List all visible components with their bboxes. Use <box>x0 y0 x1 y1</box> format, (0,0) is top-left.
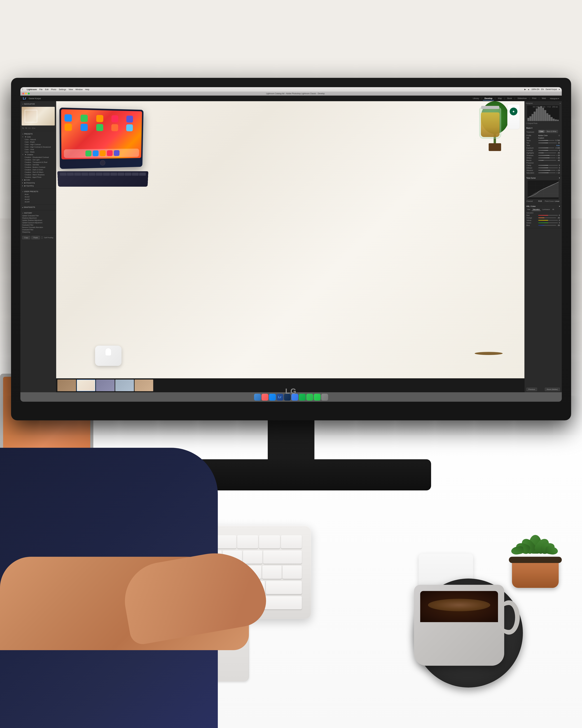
previous-button[interactable]: Previous <box>526 388 537 391</box>
menu-help[interactable]: Help <box>85 88 89 90</box>
channel-value[interactable]: RGB <box>538 200 542 202</box>
lr-image-viewer[interactable]: ★ <box>56 101 524 378</box>
paste-button[interactable]: Paste <box>31 236 40 239</box>
tab-map[interactable]: Map <box>496 97 503 100</box>
menu-photo[interactable]: Photo <box>51 88 56 90</box>
hsl-orange-slider[interactable] <box>538 217 556 218</box>
key-f10[interactable] <box>259 535 280 548</box>
hsl-red-slider[interactable] <box>538 215 558 216</box>
histogram-toggle[interactable]: Histogram ▾ <box>550 97 559 100</box>
zoom-fill[interactable]: Fill <box>25 127 27 129</box>
preset-sharpening-header[interactable]: ▶ Sharpening <box>22 181 54 184</box>
history-item-6[interactable]: Remove Chromatic Aberration <box>20 226 56 229</box>
menu-edit[interactable]: Edit <box>45 88 49 90</box>
history-item-8[interactable]: Sharpening <box>20 231 56 233</box>
history-item-5[interactable]: Graduated Filter <box>20 224 56 226</box>
preset-color2-header[interactable]: ▶ Color <box>22 178 54 181</box>
user-presets-header[interactable]: User Presets <box>20 190 56 193</box>
preset-color-natural[interactable]: Color - Natural <box>22 138 54 141</box>
whites-slider[interactable] <box>538 158 556 158</box>
history-item-4[interactable]: Update Exposure Adjustment <box>20 222 56 224</box>
soft-proofing-checkbox[interactable] <box>41 237 43 238</box>
preset-color-matte[interactable]: Color - Matte <box>22 151 54 153</box>
original-photo-toggle[interactable]: ☐ Original Photo <box>526 122 560 125</box>
preset-creative-getlight[interactable]: Creative - Get Light <box>22 158 54 161</box>
hsl-green-slider[interactable] <box>538 223 558 223</box>
filmstrip-thumb-3[interactable] <box>96 380 115 391</box>
tab-develop[interactable]: Develop <box>483 97 494 100</box>
preset-color-high-contrast[interactable]: Color - High Contrast <box>22 143 54 146</box>
hsl-yellow-slider[interactable] <box>538 220 558 220</box>
preset-vignetting-header[interactable]: ▶ Vignetting <box>22 184 54 187</box>
point-curve-value[interactable]: Linear <box>555 200 559 202</box>
dock-lightroom[interactable]: Lr <box>276 394 283 400</box>
minimize-window-button[interactable] <box>25 93 27 95</box>
history-item-1[interactable]: Update Graduated Filter <box>20 214 56 217</box>
auto-tone-button[interactable]: Auto <box>556 145 560 146</box>
treatment-color-btn[interactable]: Color <box>538 130 545 133</box>
preset-creative-desaturated[interactable]: Creative - Desaturated Contrast <box>22 156 54 158</box>
hsl-blue-slider[interactable] <box>538 225 556 226</box>
hsl-tab-luminance[interactable]: Luminance <box>541 208 551 211</box>
temp-slider[interactable] <box>538 140 555 141</box>
dock-launchpad[interactable] <box>261 394 268 400</box>
preset-creative-redlift[interactable]: Creative - Red Lift Warm <box>22 171 54 174</box>
blacks-slider[interactable] <box>538 160 556 161</box>
zoom-fit[interactable]: Fit <box>22 127 24 129</box>
presets-header[interactable]: Presets <box>20 132 56 135</box>
history-item-3[interactable]: Update Shadows Adjustment <box>20 219 56 222</box>
preset-color-vivid[interactable]: Color - Vivid <box>22 148 54 151</box>
shadows-slider[interactable] <box>538 155 556 156</box>
hsl-tab-all[interactable]: All <box>551 208 555 211</box>
fullscreen-window-button[interactable] <box>28 93 30 95</box>
tone-curve-collapse[interactable]: ▾ <box>559 177 560 179</box>
snapshots-header[interactable]: Snapshots <box>20 206 56 209</box>
key-f9[interactable] <box>237 535 258 548</box>
key-f8[interactable] <box>215 535 236 548</box>
vibrance-slider[interactable] <box>538 170 556 171</box>
menu-file[interactable]: File <box>39 88 43 90</box>
user-preset-acne2[interactable]: Acné2 <box>22 196 54 198</box>
dock-photos[interactable] <box>269 394 276 400</box>
spotlight-icon[interactable]: ● <box>559 88 560 90</box>
tab-book[interactable]: Book <box>506 97 514 100</box>
dock-spotify[interactable] <box>299 394 306 400</box>
dock-messages[interactable] <box>306 394 313 400</box>
menu-window[interactable]: Window <box>76 88 83 90</box>
close-window-button[interactable] <box>22 93 24 95</box>
app-menu-lightroom[interactable]: Lightroom <box>27 88 37 90</box>
profile-browse-icon[interactable]: ☰ <box>558 135 560 136</box>
tint-slider[interactable] <box>538 142 557 143</box>
filmstrip-thumb-5[interactable] <box>135 380 153 391</box>
treatment-bw-btn[interactable]: Black & White <box>545 130 558 133</box>
history-item-2[interactable]: Shadows Adjustment <box>20 217 56 219</box>
hsl-collapse[interactable]: ▾ <box>559 205 560 207</box>
preset-creative-warmshadows[interactable]: Creative - Warm Shadows <box>22 174 54 176</box>
tab-print[interactable]: Print <box>531 97 538 100</box>
key-f11[interactable] <box>281 535 302 548</box>
histogram-arrow[interactable]: ▾ <box>560 102 560 104</box>
saturation-slider[interactable] <box>538 173 556 173</box>
key-bracket-open[interactable] <box>282 566 302 579</box>
history-item-7[interactable]: Graduated Filter <box>20 229 56 231</box>
exposure-slider[interactable] <box>538 148 554 148</box>
preset-creative-modern[interactable]: Creative - Modern Contrast <box>22 166 54 168</box>
filmstrip-thumb-1[interactable] <box>57 380 76 391</box>
dehaze-slider[interactable] <box>538 167 558 168</box>
key-shift-right[interactable] <box>263 596 302 609</box>
preset-color-bright[interactable]: Color - Bright <box>22 141 54 143</box>
preset-group-creative-header[interactable]: ▼ Creative <box>22 153 54 156</box>
user-preset-acne4[interactable]: Acné4 <box>22 201 54 203</box>
key-return[interactable] <box>266 581 302 594</box>
tab-web[interactable]: Web <box>540 97 548 100</box>
user-preset-acne3[interactable]: Acné3 <box>22 198 54 201</box>
navigator-header[interactable]: Navigator <box>20 102 56 106</box>
tab-library[interactable]: Library <box>471 97 480 100</box>
profile-value[interactable]: Adobe Color <box>538 134 558 136</box>
apple-menu-icon[interactable]:  <box>22 88 23 91</box>
preset-creative-dark[interactable]: Creative - Dark & Green <box>22 168 54 171</box>
preset-color-hc-desaturated[interactable]: Color - High Contrast & Desatured <box>22 146 54 148</box>
preset-creative-agedphoto[interactable]: Creative - Aged Photo <box>22 176 54 178</box>
clarity-slider[interactable] <box>538 165 558 166</box>
hsl-tab-saturation[interactable]: Saturation <box>532 208 541 211</box>
